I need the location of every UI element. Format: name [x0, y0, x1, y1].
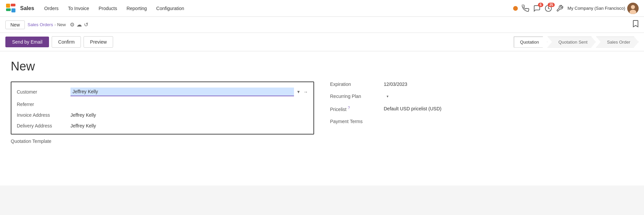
delivery-address-row: Delivery Address Jeffrey Kelly [17, 123, 308, 128]
customer-input[interactable] [70, 88, 294, 96]
customer-nav-arrow[interactable]: → [303, 89, 308, 95]
expiration-value: 12/03/2023 [384, 82, 634, 87]
form-section: Customer ▼ → Referrer Invoice Address Je… [11, 82, 633, 144]
clock-badge: 25 [548, 3, 555, 7]
menu-reporting[interactable]: Reporting [122, 0, 152, 17]
pricelist-label: Pricelist ? [330, 106, 384, 112]
status-dot-button[interactable] [513, 6, 518, 11]
status-dot-icon [513, 6, 518, 11]
app-name[interactable]: Sales [20, 5, 34, 11]
action-bar: New Sales Orders › New ⚙ ☁ ↺ [0, 17, 644, 33]
customer-label: Customer [17, 89, 70, 95]
form-title: New [11, 59, 633, 73]
status-steps: Quotation Quotation Sent Sales Order [514, 37, 639, 48]
confirm-button[interactable]: Confirm [52, 36, 81, 48]
wrench-icon [556, 5, 563, 12]
svg-point-6 [631, 5, 635, 9]
avatar-image [627, 3, 639, 14]
chat-button[interactable]: 6 [533, 5, 541, 12]
referrer-row: Referrer [17, 102, 308, 107]
delivery-address-label: Delivery Address [17, 123, 70, 128]
customer-row: Customer ▼ → [17, 88, 308, 96]
recurring-plan-value: ▾ [384, 94, 634, 99]
svg-rect-1 [11, 4, 15, 6]
status-step-quotation-sent[interactable]: Quotation Sent [547, 37, 596, 48]
expiration-row: Expiration 12/03/2023 [330, 82, 634, 87]
invoice-address-label: Invoice Address [17, 112, 70, 118]
button-bar: Send by Email Confirm Preview Quotation … [0, 33, 644, 51]
breadcrumb-current: New [57, 22, 66, 27]
invoice-address-row: Invoice Address Jeffrey Kelly [17, 112, 308, 118]
top-menu: Orders To Invoice Products Reporting Con… [40, 0, 189, 17]
breadcrumb-parent[interactable]: Sales Orders [28, 22, 53, 27]
company-name: My Company (San Francisco) [567, 6, 625, 11]
pricelist-value: Default USD pricelist (USD) [384, 106, 634, 111]
user-avatar [627, 3, 639, 14]
customer-box: Customer ▼ → Referrer Invoice Address Je… [11, 82, 314, 135]
wrench-button[interactable] [556, 5, 563, 12]
pricelist-row: Pricelist ? Default USD pricelist (USD) [330, 106, 634, 112]
quotation-template-label: Quotation Template [11, 139, 64, 144]
bookmark-icon [633, 20, 639, 28]
preview-button[interactable]: Preview [84, 36, 113, 48]
top-navigation: Sales Orders To Invoice Products Reporti… [0, 0, 644, 17]
chat-badge: 6 [538, 3, 543, 7]
topnav-right: 6 25 My Company (San Francisco) [513, 3, 639, 14]
payment-terms-row: Payment Terms [330, 119, 634, 124]
form-right: Expiration 12/03/2023 Recurring Plan ▾ P… [330, 82, 634, 144]
customer-dropdown-arrow[interactable]: ▼ [297, 90, 301, 94]
bookmark-button[interactable] [633, 20, 639, 29]
status-step-quotation[interactable]: Quotation [514, 37, 547, 48]
gear-icon[interactable]: ⚙ [70, 21, 75, 28]
breadcrumb: Sales Orders › New [28, 22, 66, 27]
quotation-template-row: Quotation Template [11, 139, 314, 144]
new-button[interactable]: New [5, 20, 25, 29]
menu-orders[interactable]: Orders [40, 0, 63, 17]
recurring-plan-dropdown[interactable]: ▾ [387, 94, 389, 99]
status-bar: Quotation Quotation Sent Sales Order [514, 37, 639, 48]
recurring-plan-label: Recurring Plan [330, 94, 384, 99]
menu-to-invoice[interactable]: To Invoice [63, 0, 94, 17]
record-actions: ⚙ ☁ ↺ [70, 21, 88, 28]
expiration-label: Expiration [330, 82, 384, 87]
main-content: New Customer ▼ → Referrer [0, 51, 644, 185]
svg-rect-0 [6, 4, 10, 8]
delivery-address-value: Jeffrey Kelly [70, 123, 308, 128]
breadcrumb-separator: › [54, 22, 56, 27]
menu-configuration[interactable]: Configuration [152, 0, 189, 17]
menu-products[interactable]: Products [94, 0, 122, 17]
referrer-label: Referrer [17, 102, 70, 107]
phone-icon [522, 5, 529, 12]
svg-rect-2 [6, 8, 11, 11]
user-menu[interactable]: My Company (San Francisco) [567, 3, 639, 14]
app-logo[interactable] [5, 3, 16, 14]
payment-terms-label: Payment Terms [330, 119, 384, 124]
phone-button[interactable] [522, 5, 529, 12]
invoice-address-value: Jeffrey Kelly [70, 112, 308, 118]
svg-rect-3 [11, 8, 15, 12]
pricelist-help-icon[interactable]: ? [348, 106, 350, 110]
status-step-sales-order[interactable]: Sales Order [596, 37, 639, 48]
cloud-save-icon[interactable]: ☁ [77, 21, 82, 28]
clock-button[interactable]: 25 [545, 5, 552, 12]
customer-input-wrapper: ▼ → [70, 88, 308, 96]
recurring-plan-row: Recurring Plan ▾ [330, 94, 634, 99]
undo-icon[interactable]: ↺ [84, 21, 88, 28]
send-by-email-button[interactable]: Send by Email [5, 37, 49, 47]
form-left: Customer ▼ → Referrer Invoice Address Je… [11, 82, 314, 144]
